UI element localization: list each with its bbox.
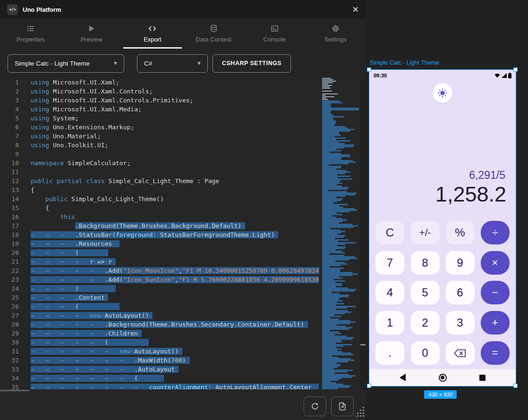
backspace-icon [454,349,466,357]
key-7[interactable]: 7 [375,251,404,275]
key-5[interactable]: 5 [411,281,440,304]
panel-resize-grip[interactable] [355,407,366,419]
code-line: 7using Uno.Material; [0,132,319,141]
code-line: 21→→→→r·=>·r [0,257,319,266]
code-line: 31→→→→→→new·AutoLayout() [0,347,319,356]
tab-preview[interactable]: Preview [61,19,122,49]
console-icon [271,25,279,33]
selection-handle-top-left[interactable] [367,67,371,72]
wifi-icon [494,73,500,78]
play-icon [87,25,95,33]
key-0[interactable]: 0 [411,341,440,365]
phone-frame[interactable]: 09:30 6,291/5 1,258.2 C+/-%÷789×456−1 [369,70,516,386]
code-line: 18→→→.StatusBar(foreground:·StatusBarFor… [0,230,319,239]
key-C[interactable]: C [375,221,404,244]
vertical-scrollbar[interactable] [360,78,366,389]
code-line: 25→→→.Content [0,293,319,302]
key-8[interactable]: 8 [411,251,440,275]
sun-icon [437,88,448,98]
gear-icon [332,25,340,33]
export-toolbar: Simple Calc - Light Theme ▼ C# ▼ CSHARP … [0,49,366,78]
key-÷[interactable]: ÷ [481,221,510,244]
close-icon[interactable]: ✕ [352,6,359,14]
key-×[interactable]: × [481,251,510,275]
key-−[interactable]: − [481,281,510,304]
key-+[interactable]: + [481,311,510,335]
tab-console[interactable]: Console [244,19,305,49]
code-line: 23→→→→→.Add("Icon_SunIcon","F1·M·5.76000… [0,275,319,284]
code-line: 32→→→→→→→.MaxWidth(700) [0,356,319,365]
code-editor[interactable]: 1using Microsoft.UI.Xaml;2using Microsof… [0,78,319,389]
csharp-settings-button[interactable]: CSHARP SETTINGS [213,54,291,73]
code-line: 17 .Background(Theme.Brushes.Background.… [0,221,319,230]
code-line: 5using System; [0,114,319,123]
selection-handle-bottom-right[interactable] [513,384,518,388]
key-2[interactable]: 2 [411,311,440,335]
export-file-button[interactable] [331,396,354,416]
code-line: 30→→→→→( [0,338,319,347]
code-line: 9 [0,150,319,159]
selection-handle-top-right[interactable] [513,67,518,72]
size-badge: 430 × 932 [424,390,457,399]
code-line: 11 [0,168,319,176]
horizontal-scrollbar-thumb[interactable] [0,390,29,391]
key-=[interactable]: = [481,341,510,365]
tab-settings[interactable]: Settings [305,19,366,49]
design-canvas: Simple Calc - Light Theme 09:30 [366,0,528,420]
key-.[interactable]: . [375,341,404,365]
calc-result: 1,258.2 [435,182,506,207]
key-+/-[interactable]: +/- [411,221,440,244]
battery-icon [508,73,511,78]
component-dropdown[interactable]: Simple Calc - Light Theme ▼ [8,54,124,73]
code-line: 35→→→→→→→→counterAlignment:·AutoLayoutAl… [0,383,319,389]
properties-icon [26,25,34,33]
nav-back-icon[interactable] [400,374,406,381]
code-line: 24→→→) [0,284,319,293]
code-line: 2using Microsoft.UI.Xaml.Controls; [0,87,319,96]
key-4[interactable]: 4 [375,281,404,304]
nav-square-icon[interactable] [479,375,485,381]
chevron-down-icon: ▼ [114,61,117,66]
key-6[interactable]: 6 [446,281,475,304]
minimap[interactable] [322,78,359,389]
code-line: 20→→→( [0,248,319,257]
refresh-button[interactable] [304,396,326,416]
frame-label[interactable]: Simple Calc - Light Theme [370,59,439,66]
code-line: 16 this [0,212,319,221]
selection-handle-bottom-left[interactable] [367,384,371,388]
code-line: 26→→→( [0,302,319,311]
key-backspace[interactable] [446,341,475,365]
code-line: 15 { [0,203,319,212]
code-line: 28→→→→→.Background(Theme.Brushes.Seconda… [0,320,319,329]
key-3[interactable]: 3 [446,311,475,335]
code-line: 13{ [0,185,319,194]
tab-bar: Properties Preview Export Data Context [0,19,366,49]
tab-export[interactable]: Export [122,19,183,49]
code-line: 14 public Simple_Calc_Light_Theme() [0,194,319,203]
key-%[interactable]: % [446,221,475,244]
window-title-bar: </> Uno Platform ✕ [0,0,366,19]
key-9[interactable]: 9 [446,251,475,275]
calc-expression: 6,291/5 [469,169,505,182]
android-nav-bar [369,369,516,386]
tab-data-context[interactable]: Data Context [183,19,244,49]
signal-icon [502,73,507,78]
plugin-panel: </> Uno Platform ✕ Properties Preview Ex… [0,0,366,420]
language-dropdown[interactable]: C# ▼ [137,54,208,73]
code-line: 4using Microsoft.UI.Xaml.Media; [0,105,319,114]
file-export-icon [338,402,347,411]
status-time: 09:30 [374,73,387,78]
key-1[interactable]: 1 [375,311,404,335]
code-line: 29→→→→→.Children [0,329,319,338]
code-line: 19→→→.Resources [0,239,319,248]
chevron-down-icon: ▼ [197,61,201,66]
window-title: Uno Platform [23,6,61,13]
code-line: 33→→→→→→→.AutoLayout [0,365,319,374]
code-line: 22→→→→→.Add("Icon_MoonIcon","F1·M·10.340… [0,266,319,275]
code-line: 8using Uno.Toolkit.UI; [0,141,319,150]
theme-toggle[interactable] [433,83,452,103]
scrollbar-marker [360,344,366,345]
tab-properties[interactable]: Properties [0,19,61,49]
nav-home-icon[interactable] [439,374,447,382]
code-line: 12public partial class Simple_Calc_Light… [0,176,319,185]
